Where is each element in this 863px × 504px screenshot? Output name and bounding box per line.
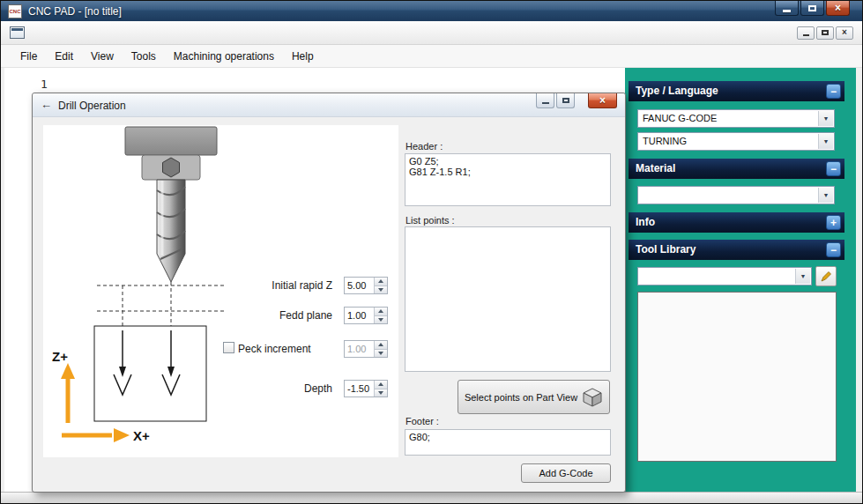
section-title: Info <box>636 216 655 228</box>
close-icon: × <box>599 95 606 106</box>
minus-icon: − <box>830 245 837 256</box>
peck-increment-input[interactable] <box>345 341 374 357</box>
list-points-textarea[interactable] <box>405 226 611 372</box>
language-select[interactable]: FANUC G-CODE ▼ <box>637 109 835 128</box>
mode-select[interactable]: TURNING ▼ <box>637 132 835 151</box>
minimize-icon <box>783 10 791 12</box>
expand-info-button[interactable]: + <box>826 215 841 230</box>
x-axis-label: X+ <box>133 428 150 443</box>
select-points-label: Select points on Part View <box>465 392 577 403</box>
initial-rapid-z-input[interactable] <box>345 278 374 293</box>
feed-plane-input[interactable] <box>345 308 374 323</box>
chevron-down-icon[interactable]: ▼ <box>818 134 833 149</box>
peck-increment-label: Peck increment <box>238 343 311 355</box>
spin-down-icon[interactable] <box>375 316 387 324</box>
menu-file[interactable]: File <box>11 46 46 67</box>
edit-tool-button[interactable] <box>815 266 837 286</box>
mdi-close-button[interactable]: × <box>836 26 853 40</box>
chevron-down-icon[interactable]: ▼ <box>818 188 833 203</box>
app-icon: CNC <box>8 4 22 19</box>
spin-up-icon[interactable] <box>375 381 387 389</box>
depth-label: Depth <box>209 382 332 395</box>
feed-plane-label: Fedd plane <box>209 309 332 322</box>
document-icon[interactable] <box>10 26 25 39</box>
z-axis-label: Z+ <box>52 349 68 364</box>
minimize-icon <box>803 34 809 36</box>
spin-up-icon[interactable] <box>375 341 387 350</box>
reference-dashed-lines <box>97 282 224 326</box>
collapse-type-language-button[interactable]: − <box>826 84 841 99</box>
list-points-label: List points : <box>405 215 455 226</box>
menu-view[interactable]: View <box>82 46 123 67</box>
material-select[interactable]: ▼ <box>637 186 835 204</box>
menu-help[interactable]: Help <box>283 46 323 67</box>
window-controls: × <box>775 1 850 16</box>
sidebar-panel: Type / Language − FANUC G-CODE ▼ TURNING… <box>625 68 856 493</box>
header-textarea[interactable]: G0 Z5; G81 Z-1.5 R1; <box>405 153 611 206</box>
spin-up-icon[interactable] <box>375 308 387 316</box>
maximize-button[interactable] <box>800 1 824 16</box>
minimize-icon <box>542 102 549 104</box>
spin-down-icon[interactable] <box>375 389 387 397</box>
section-title: Tool Library <box>636 243 696 256</box>
section-header-tool-library: Tool Library − <box>629 240 844 260</box>
line-number: 1 <box>41 78 48 91</box>
mode-select-value: TURNING <box>638 133 834 150</box>
menu-edit[interactable]: Edit <box>46 46 82 67</box>
dialog-titlebar: ← Drill Operation × <box>33 93 625 117</box>
main-window: CNC CNC PAD - [no title] × × File Edit V… <box>0 0 863 504</box>
cube-icon <box>582 388 603 407</box>
language-select-value: FANUC G-CODE <box>638 110 834 127</box>
dialog-minimize-button[interactable] <box>536 93 554 108</box>
dialog-title: Drill Operation <box>58 100 126 112</box>
minus-icon: − <box>830 164 837 174</box>
tool-select[interactable]: ▼ <box>637 267 812 285</box>
close-icon: × <box>842 28 847 37</box>
drill-operation-dialog: ← Drill Operation × <box>32 93 626 493</box>
collapse-tool-library-button[interactable]: − <box>826 242 841 257</box>
initial-rapid-z-label: Initial rapid Z <box>209 279 332 292</box>
add-gcode-label: Add G-Code <box>539 468 592 478</box>
spin-down-icon[interactable] <box>375 350 387 358</box>
peck-increment-spinner[interactable] <box>344 340 388 358</box>
initial-rapid-z-spinner[interactable] <box>344 277 388 294</box>
mdi-window-controls: × <box>797 26 853 40</box>
spin-down-icon[interactable] <box>375 286 387 294</box>
mdi-minimize-button[interactable] <box>797 26 815 40</box>
x-axis-arrow <box>62 428 130 442</box>
dialog-close-button[interactable]: × <box>588 93 617 108</box>
spin-up-icon[interactable] <box>375 278 387 286</box>
mdi-restore-button[interactable] <box>816 26 834 40</box>
maximize-icon <box>562 98 569 103</box>
close-button[interactable]: × <box>826 1 850 16</box>
menubar: File Edit View Tools Machining operation… <box>1 45 862 68</box>
part-outline <box>94 326 206 421</box>
statusbar <box>1 492 862 503</box>
drill-bit <box>125 127 217 282</box>
depth-spinner[interactable] <box>344 380 388 397</box>
dialog-maximize-button[interactable] <box>556 93 575 108</box>
footer-textarea[interactable]: G80; <box>405 429 611 456</box>
minus-icon: − <box>830 86 837 97</box>
menu-tools[interactable]: Tools <box>123 46 165 67</box>
menu-machining-operations[interactable]: Machining operations <box>165 46 283 67</box>
toolbar: × <box>1 21 862 45</box>
tool-library-list[interactable] <box>637 292 837 462</box>
chevron-down-icon[interactable]: ▼ <box>795 269 810 284</box>
drill-holes <box>114 330 180 395</box>
collapse-material-button[interactable]: − <box>826 161 841 176</box>
feed-plane-spinner[interactable] <box>344 307 388 324</box>
back-arrow-icon[interactable]: ← <box>41 98 52 111</box>
section-header-info: Info + <box>629 212 844 233</box>
peck-increment-checkbox[interactable] <box>223 342 234 353</box>
close-icon: × <box>835 3 841 13</box>
add-gcode-button[interactable]: Add G-Code <box>521 463 611 483</box>
plus-icon: + <box>830 218 837 228</box>
header-label: Header : <box>405 141 443 152</box>
select-points-button[interactable]: Select points on Part View <box>458 380 610 414</box>
minimize-button[interactable] <box>775 1 799 16</box>
pencil-icon <box>821 271 832 282</box>
section-title: Material <box>636 162 675 174</box>
depth-input[interactable] <box>345 381 374 397</box>
chevron-down-icon[interactable]: ▼ <box>818 111 833 126</box>
